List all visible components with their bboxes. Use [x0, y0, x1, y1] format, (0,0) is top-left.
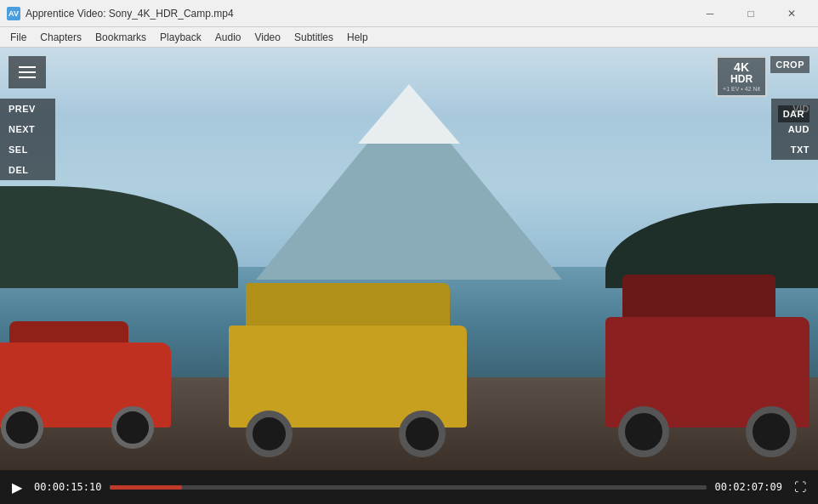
- dar-badge[interactable]: DAR: [778, 105, 809, 122]
- badge-hdr-label: HDR: [723, 74, 760, 84]
- crop-badge[interactable]: CROP: [770, 56, 809, 73]
- hamburger-button[interactable]: [9, 56, 46, 88]
- hamburger-icon: [19, 76, 36, 78]
- progress-bar[interactable]: [110, 485, 706, 490]
- next-button[interactable]: NEXT: [0, 119, 55, 139]
- mountain-snow: [358, 84, 460, 144]
- playback-bar: ▶ 00:00:15:10 00:02:07:09 ⛶: [0, 470, 818, 504]
- video-container: PREVNEXTSELDEL VIDAUDTXT 4K HDR +1 EV • …: [0, 48, 818, 470]
- txt-button[interactable]: TXT: [771, 139, 818, 160]
- window-controls: ─ □ ✕: [690, 0, 811, 27]
- play-icon: ▶: [12, 479, 22, 496]
- time-current: 00:00:15:10: [34, 481, 101, 493]
- progress-fill: [110, 485, 181, 490]
- prev-button[interactable]: PREV: [0, 99, 55, 119]
- menu-item-chapters[interactable]: Chapters: [33, 30, 88, 45]
- menu-bar: FileChaptersBookmarksPlaybackAudioVideoS…: [0, 27, 818, 48]
- car-center: [229, 292, 484, 462]
- hamburger-icon: [19, 66, 36, 68]
- menu-item-video[interactable]: Video: [247, 30, 287, 45]
- hdr-badge: 4K HDR +1 EV • 42 Nit: [716, 56, 767, 97]
- time-total: 00:02:07:09: [715, 481, 782, 493]
- menu-item-playback[interactable]: Playback: [153, 30, 208, 45]
- menu-item-help[interactable]: Help: [340, 30, 375, 45]
- menu-item-bookmarks[interactable]: Bookmarks: [88, 30, 153, 45]
- del-button[interactable]: DEL: [0, 160, 55, 180]
- close-button[interactable]: ✕: [772, 0, 811, 27]
- menu-item-file[interactable]: File: [3, 30, 33, 45]
- window-title: Apprentice Video: Sony_4K_HDR_Camp.mp4: [26, 8, 690, 20]
- fullscreen-button[interactable]: ⛶: [791, 477, 809, 497]
- menu-item-audio[interactable]: Audio: [208, 30, 248, 45]
- menu-item-subtitles[interactable]: Subtitles: [287, 30, 340, 45]
- title-bar: AV Apprentice Video: Sony_4K_HDR_Camp.mp…: [0, 0, 818, 27]
- fullscreen-icon: ⛶: [794, 480, 806, 494]
- hamburger-icon: [19, 71, 36, 73]
- badge-info-label: +1 EV • 42 Nit: [723, 86, 760, 92]
- left-controls: PREVNEXTSELDEL: [0, 99, 55, 180]
- app-icon: AV: [7, 7, 20, 20]
- car-left: [0, 317, 188, 453]
- minimize-button[interactable]: ─: [690, 0, 730, 27]
- car-right: [605, 275, 818, 462]
- badge-4k-label: 4K: [723, 61, 760, 73]
- maximize-button[interactable]: □: [731, 0, 770, 27]
- video-frame: [0, 48, 818, 470]
- play-button[interactable]: ▶: [9, 476, 26, 499]
- sel-button[interactable]: SEL: [0, 139, 55, 160]
